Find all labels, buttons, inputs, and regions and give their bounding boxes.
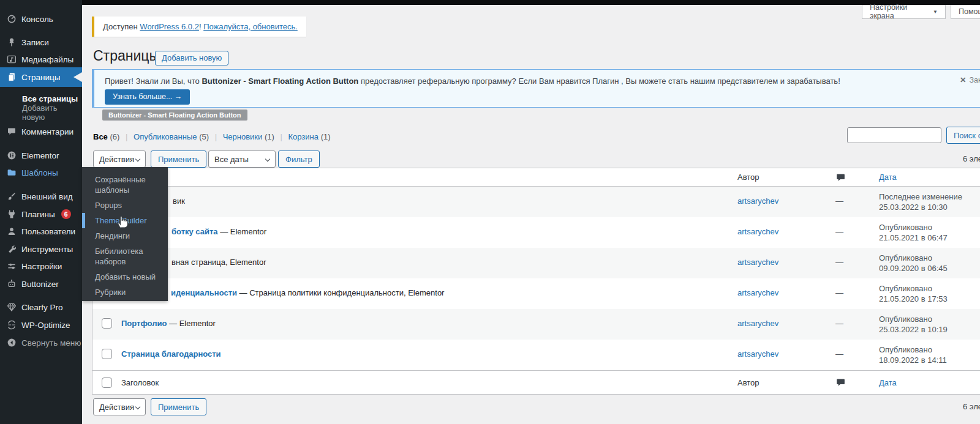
- page-title-link[interactable]: Портфолио: [121, 319, 167, 328]
- author-link[interactable]: artsarychev: [737, 196, 778, 206]
- sidebar-label: Плагины: [21, 210, 55, 219]
- search-pages-button[interactable]: Поиск страниц: [946, 127, 980, 144]
- table-row: вик artsarychev — Последнее изменение25.…: [92, 187, 980, 217]
- date-cell: Последнее изменение25.03.2022 в 10:30: [879, 192, 962, 212]
- sidebar-label: Buttonizer: [21, 280, 59, 289]
- sidebar-item-add-new-page[interactable]: Добавить новую: [0, 105, 82, 121]
- date-cell: Опубликовано21.05.2020 в 17:53: [879, 283, 948, 304]
- sidebar-item-wp-optimize[interactable]: WP-Optimize: [0, 317, 82, 333]
- mouse-cursor-hand: [116, 214, 130, 229]
- filter-separator: |: [215, 132, 217, 141]
- screen-options-label: Настройки экрана: [870, 3, 929, 20]
- sidebar-item-templates[interactable]: Шаблоны: [0, 165, 82, 180]
- sidebar-label: Пользователи: [21, 227, 75, 236]
- page-title-cell: Портфолио — Elementor: [121, 319, 216, 328]
- pages-icon: [6, 72, 17, 83]
- author-link[interactable]: artsarychev: [737, 349, 778, 359]
- help-tab[interactable]: Помощь: [951, 5, 980, 19]
- bulk-actions-select-bottom[interactable]: Действия: [93, 398, 146, 415]
- screen-options-tab[interactable]: Настройки экрана ▼: [862, 5, 946, 19]
- sidebar-item-clearfy-pro[interactable]: Clearfy Pro: [0, 299, 82, 315]
- flyout-item-popups[interactable]: Popups: [82, 198, 168, 213]
- filter-drafts[interactable]: Черновики (1): [223, 132, 274, 141]
- flyout-item-kit-library[interactable]: Бибилиотека наборов: [82, 244, 168, 269]
- sidebar-label: Все страницы: [22, 94, 78, 103]
- bulk-actions-select[interactable]: Действия: [93, 151, 146, 168]
- sidebar-label: WP-Optimize: [21, 321, 70, 330]
- flyout-item-add-new[interactable]: Добавить новый: [82, 269, 168, 285]
- add-new-page-button[interactable]: Добавить новую: [155, 51, 228, 65]
- sidebar-item-dashboard[interactable]: Консоль: [0, 11, 82, 27]
- page-title-link[interactable]: иденциальности: [171, 288, 237, 297]
- dates-filter-select[interactable]: Все даты: [208, 151, 276, 168]
- author-link[interactable]: artsarychev: [737, 227, 778, 236]
- table-footer-row: Заголовок Автор Дата: [92, 370, 980, 394]
- flyout-item-saved-templates[interactable]: Сохранённые шаблоны: [82, 172, 168, 198]
- column-footer-date-sort[interactable]: Дата: [879, 378, 897, 387]
- comments-cell: —: [835, 258, 843, 267]
- column-header-author: Автор: [737, 173, 760, 182]
- wrench-icon: [6, 244, 17, 255]
- filter-button[interactable]: Фильтр: [278, 151, 320, 168]
- flyout-item-categories[interactable]: Рубрики: [82, 285, 168, 300]
- update-nag-text: Доступен: [103, 22, 140, 31]
- templates-flyout-menu: Сохранённые шаблоны Popups Theme Builder…: [82, 167, 168, 301]
- select-all-checkbox[interactable]: [102, 378, 112, 388]
- sidebar-item-posts[interactable]: Записи: [0, 34, 82, 50]
- plugin-icon: [6, 209, 17, 220]
- sidebar-item-tools[interactable]: Инструменты: [0, 241, 82, 257]
- learn-more-button[interactable]: Узнать больше... →: [105, 89, 190, 105]
- sidebar-item-users[interactable]: Пользователи: [0, 223, 82, 239]
- comments-icon: [6, 127, 17, 137]
- dashboard-icon: [6, 14, 17, 24]
- sidebar-item-pages[interactable]: Страницы: [0, 67, 82, 87]
- sidebar-item-buttonizer[interactable]: Buttonizer: [0, 276, 82, 292]
- sidebar-label: Свернуть меню: [21, 338, 81, 348]
- media-icon: [6, 54, 17, 65]
- row-checkbox[interactable]: [102, 318, 112, 329]
- sidebar-item-elementor[interactable]: Elementor: [0, 147, 82, 163]
- dismiss-notice-button[interactable]: ✕ Закрыть: [960, 75, 980, 84]
- column-footer-title: Заголовок: [121, 378, 159, 387]
- author-link[interactable]: artsarychev: [737, 258, 778, 267]
- date-cell: Опубликовано09.09.2020 в 06:45: [879, 253, 948, 273]
- sidebar-collapse-menu[interactable]: Свернуть меню: [0, 335, 82, 351]
- sidebar-item-plugins[interactable]: Плагины 6: [0, 206, 82, 222]
- table-header-row: Заголовок Автор Дата: [92, 168, 980, 187]
- page-title-link[interactable]: ботку сайта: [172, 227, 218, 236]
- chevron-down-icon: [265, 157, 270, 162]
- sidebar-label: Консоль: [21, 15, 53, 24]
- apply-button-bottom[interactable]: Применить: [151, 398, 206, 415]
- please-update-link[interactable]: Пожалуйста, обновитесь.: [203, 22, 298, 31]
- plugins-update-badge: 6: [61, 209, 71, 219]
- bulk-actions-value: Действия: [99, 155, 134, 164]
- search-input[interactable]: [847, 127, 941, 143]
- author-link[interactable]: artsarychev: [737, 319, 778, 328]
- filter-published[interactable]: Опубликованные (5): [134, 132, 209, 141]
- wordpress-version-link[interactable]: WordPress 6.0.2: [140, 22, 199, 31]
- robot-icon: [6, 279, 17, 289]
- apply-button[interactable]: Применить: [151, 151, 206, 168]
- column-header-date-sort[interactable]: Дата: [879, 173, 897, 182]
- column-footer-author: Автор: [737, 378, 760, 387]
- sidebar-item-media[interactable]: Медиафайлы: [0, 51, 82, 67]
- page-title-cell: Страница благодарности: [121, 349, 221, 359]
- page-title-link[interactable]: Страница благодарности: [121, 349, 221, 359]
- filter-trash[interactable]: Корзина (1): [288, 132, 330, 141]
- pushpin-icon: [6, 37, 17, 48]
- admin-sidebar: Консоль Записи Медиафайлы Страницы Все с…: [0, 0, 82, 424]
- folder-icon: [6, 168, 17, 178]
- author-link[interactable]: artsarychev: [737, 288, 778, 297]
- flyout-item-landings[interactable]: Лендинги: [82, 228, 168, 244]
- sidebar-item-comments[interactable]: Комментарии: [0, 124, 82, 139]
- row-checkbox[interactable]: [102, 349, 112, 359]
- user-icon: [6, 226, 17, 237]
- filter-all[interactable]: Все (6): [93, 132, 119, 141]
- sidebar-item-settings[interactable]: Настройки: [0, 258, 82, 274]
- help-label: Помощь: [959, 7, 980, 16]
- sidebar-item-appearance[interactable]: Внешний вид: [0, 188, 82, 204]
- admin-top-bar: [82, 0, 980, 5]
- buttonizer-plugin-tag: Buttonizer - Smart Floating Action Butto…: [102, 110, 247, 121]
- table-row: иденциальности — Страница политики конфи…: [92, 278, 980, 309]
- page-title: Страницы: [93, 48, 159, 64]
